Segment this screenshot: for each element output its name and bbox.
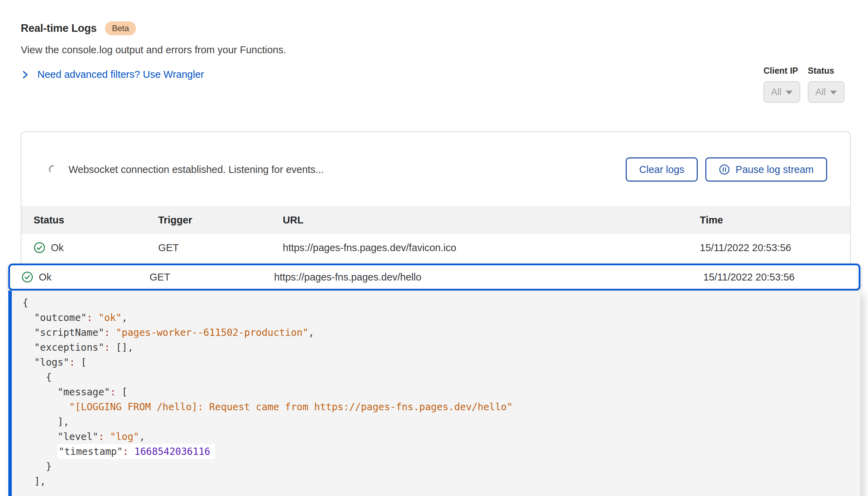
selected-log-entry: Ok GET https://pages-fns.pages.dev/hello… [8,264,860,496]
url-cell: https://pages-fns.pages.dev/favicon.ico [283,242,700,254]
url-cell: https://pages-fns.pages.dev/hello [274,272,703,283]
status-dropdown[interactable]: All [808,81,844,103]
code-line: ], [22,474,847,489]
status-filter: Status All [808,66,844,103]
beta-badge: Beta [105,21,136,35]
page-title: Real-time Logs [21,22,97,35]
pause-log-stream-button[interactable]: Pause log stream [705,157,827,182]
client-ip-dropdown[interactable]: All [763,81,800,103]
wrangler-link-label: Need advanced filters? Use Wrangler [37,69,204,80]
caret-down-icon [786,91,793,94]
code-line: "exceptions": [], [22,340,847,355]
code-line: "logs": [ [22,355,847,370]
status-dropdown-value: All [815,87,826,98]
pause-log-stream-label: Pause log stream [735,164,814,175]
code-line: "outcome": "ok", [22,310,847,325]
log-detail-code: { "outcome": "ok", "scriptName": "pages-… [22,295,847,489]
code-line: { [22,295,847,310]
log-row-selected[interactable]: Ok GET https://pages-fns.pages.dev/hello… [8,264,860,291]
client-ip-filter: Client IP All [763,66,800,103]
code-line: { [22,370,847,385]
client-ip-dropdown-value: All [771,87,781,98]
column-header-url: URL [283,214,700,226]
clear-logs-label: Clear logs [639,164,685,175]
trigger-cell: GET [158,242,283,254]
pause-circle-icon [719,164,730,175]
time-cell: 15/11/2022 20:53:56 [700,242,850,254]
check-circle-icon [21,271,33,283]
code-line: "scriptName": "pages-worker--611502-prod… [22,325,847,340]
column-header-time: Time [700,214,850,226]
code-line: ], [22,414,847,429]
code-line: } [22,459,847,474]
code-line: "level": "log", [22,429,847,444]
status-cell: Ok [34,242,158,254]
status-cell: Ok [21,271,150,283]
time-cell: 15/11/2022 20:53:56 [703,272,859,283]
status-filter-label: Status [808,66,844,76]
code-line: "[LOGGING FROM /hello]: Request came fro… [22,399,847,414]
clear-logs-button[interactable]: Clear logs [626,157,698,182]
chevron-right-icon [21,70,30,80]
caret-down-icon [830,91,837,94]
log-stream-toolbar: Websocket connection established. Listen… [21,157,850,182]
code-line: "timestamp": 1668542036116 [22,444,847,459]
status-value: Ok [51,242,64,254]
column-header-trigger: Trigger [158,214,283,226]
log-filters: Client IP All Status All [763,66,844,103]
websocket-status: Websocket connection established. Listen… [69,164,324,175]
log-row[interactable]: Ok GET https://pages-fns.pages.dev/favic… [21,234,850,261]
trigger-cell: GET [150,272,274,283]
title-row: Real-time Logs Beta [21,21,286,35]
log-table-header: Status Trigger URL Time [21,206,850,234]
page-header: Real-time Logs Beta View the console.log… [21,21,286,80]
spinner-icon [48,165,58,174]
code-line: "message": [ [22,385,847,399]
client-ip-label: Client IP [763,66,800,76]
wrangler-link[interactable]: Need advanced filters? Use Wrangler [21,69,204,80]
check-circle-icon [34,242,45,254]
page-subtitle: View the console.log output and errors f… [21,44,286,56]
status-value: Ok [39,272,52,283]
log-detail-panel: { "outcome": "ok", "scriptName": "pages-… [8,291,860,496]
column-header-status: Status [34,214,158,226]
